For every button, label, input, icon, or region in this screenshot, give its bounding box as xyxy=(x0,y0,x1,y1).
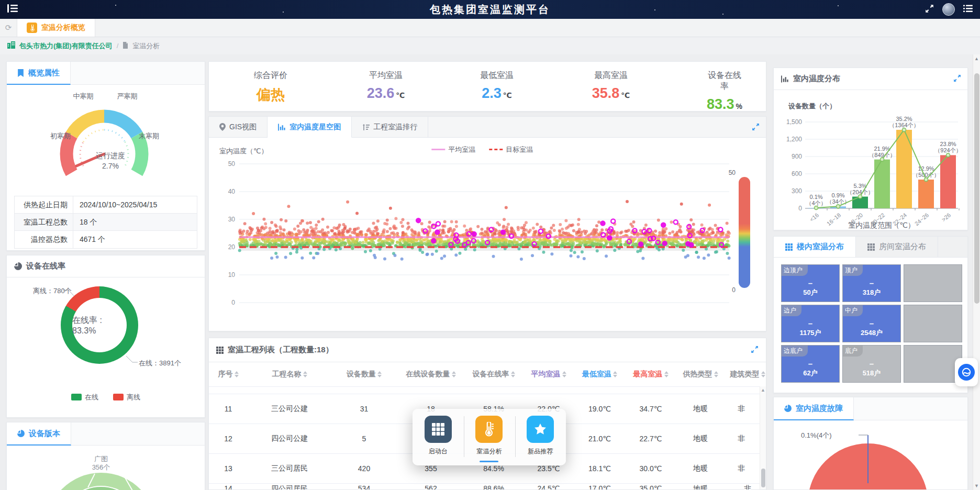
dock-item-launchpad[interactable]: 启动台 xyxy=(416,416,461,456)
building-cell-底户[interactable]: 底户–518户 xyxy=(842,345,901,383)
stat-label: 最高室温 xyxy=(592,70,630,81)
building-cell-顶户[interactable]: 顶户–318户 xyxy=(842,264,901,302)
svg-text:0: 0 xyxy=(231,299,235,306)
svg-text:35.2%: 35.2% xyxy=(896,116,912,122)
breadcrumb-page: 室温分析 xyxy=(132,41,160,51)
col-header[interactable]: 平均室温 xyxy=(522,362,575,386)
refresh-icon[interactable]: ⟳ xyxy=(0,19,17,37)
panel-title: 设备在线率 xyxy=(26,261,65,271)
menu-fold-icon[interactable] xyxy=(7,4,18,15)
app-dock: 启动台室温分析新品推荐 xyxy=(413,409,566,465)
panel-overview-attrs: 概览属性 初寒期 中寒期 严寒期 末寒期 运行进度 2.7% 供热起止日期202… xyxy=(6,61,205,251)
page-scrollbar[interactable]: ▲ ▼ xyxy=(973,54,980,490)
season-progress-gauge: 初寒期 中寒期 严寒期 末寒期 运行进度 2.7% xyxy=(20,91,188,180)
panel-star-chart: GIS视图室内温度星空图工程室温排行 平均室温 目标室温 室内温度（℃） 010… xyxy=(208,116,766,331)
cell-project-link[interactable]: 三公司居民 xyxy=(248,454,331,484)
cell-tag: 中户 xyxy=(843,305,863,316)
svg-text:0: 0 xyxy=(798,205,802,212)
svg-text:900: 900 xyxy=(792,153,802,160)
col-header[interactable]: 在线设备数量 xyxy=(397,362,465,386)
table-row-partial[interactable]: 14四公司居民53456288.6%24.5℃17.0℃35.0℃地暖非 xyxy=(209,484,766,490)
building-tabs: 楼内室温分布房间室温分布 xyxy=(774,237,967,258)
chart-tab-1[interactable]: 室内温度星空图 xyxy=(268,117,352,138)
legend-avg[interactable]: 平均室温 xyxy=(431,145,475,154)
dock-item-new-products[interactable]: 新品推荐 xyxy=(518,416,563,456)
breadcrumb-company[interactable]: 包头市热力(集团)有限责任公司 xyxy=(19,41,113,51)
fullscreen-icon[interactable] xyxy=(925,4,934,15)
building-tab-1[interactable]: 房间室温分布 xyxy=(856,237,938,257)
tab-device-version[interactable]: 设备版本 xyxy=(7,422,71,446)
info-label: 室温工程总数 xyxy=(15,214,73,230)
expand-icon[interactable] xyxy=(751,346,759,355)
table-scrollbar[interactable]: ▲ xyxy=(760,386,766,489)
building-cell-中户[interactable]: 中户–2548户 xyxy=(842,305,901,342)
avg-line-swatch xyxy=(431,149,445,150)
legend-item[interactable]: 离线 xyxy=(113,393,140,402)
building-tab-0[interactable]: 楼内室温分布 xyxy=(774,237,856,257)
col-header[interactable]: 最高室温 xyxy=(625,362,677,386)
col-header[interactable]: 工程名称 xyxy=(248,362,331,386)
panel-title: 室内温度故障 xyxy=(796,404,843,414)
tab-temp-fault[interactable]: 室内温度故障 xyxy=(774,397,854,420)
cell-temp: – xyxy=(843,359,900,368)
company-icon xyxy=(7,41,15,50)
building-grid: 边顶户–50户顶户–318户边户–1175户中户–2548户边底户–62户底户–… xyxy=(774,258,967,389)
cell-project-link[interactable]: 四公司公建 xyxy=(248,424,331,454)
user-avatar[interactable] xyxy=(942,3,955,16)
svg-text:20: 20 xyxy=(228,243,236,251)
cell-temp: – xyxy=(843,279,900,287)
expand-icon[interactable] xyxy=(752,123,760,133)
gauge-seg-label: 末寒期 xyxy=(139,132,159,140)
cell-temp: – xyxy=(782,359,839,368)
col-header[interactable]: 序号 xyxy=(209,362,248,386)
col-header[interactable]: 最低室温 xyxy=(575,362,625,386)
cell-count: 2548户 xyxy=(843,328,900,338)
svg-text:40: 40 xyxy=(228,188,236,195)
dock-item-room-temp-analysis[interactable]: 室温分析 xyxy=(466,416,511,456)
table-icon xyxy=(216,347,224,354)
panel-title: 概览属性 xyxy=(28,68,60,78)
chart-tab-2[interactable]: 工程室温排行 xyxy=(352,117,428,137)
svg-text:（500个）: （500个） xyxy=(912,172,939,178)
service-icon xyxy=(958,364,975,381)
cell-project-link[interactable]: 三公司公建 xyxy=(248,394,331,424)
svg-text:0: 0 xyxy=(732,286,736,294)
dock-label: 室温分析 xyxy=(476,447,502,456)
workspace-tabbar: ⟳ 室温分析概览 xyxy=(0,19,980,37)
scrollbar-thumb[interactable] xyxy=(974,73,979,304)
table-header: 序号工程名称设备数量在线设备数量设备在线率平均室温最低室温最高室温供热类型建筑类… xyxy=(209,362,766,386)
tab-room-temp-overview[interactable]: 室温分析概览 xyxy=(17,19,95,37)
stat-4: 设备在线率83.3% xyxy=(704,62,745,111)
breadcrumb: 包头市热力(集团)有限责任公司 / 室温分析 xyxy=(0,37,980,54)
chart-tab-0[interactable]: GIS视图 xyxy=(209,117,268,137)
col-header[interactable]: 建筑类型 xyxy=(724,362,766,386)
svg-text:1,500: 1,500 xyxy=(786,118,802,126)
svg-text:>26: >26 xyxy=(940,211,952,222)
pie-icon xyxy=(784,405,792,412)
building-cell-empty xyxy=(904,305,962,342)
tab-overview-attrs[interactable]: 概览属性 xyxy=(7,62,71,85)
cell-project-link[interactable]: 四公司居民 xyxy=(248,484,331,490)
svg-text:24~26: 24~26 xyxy=(914,211,930,227)
building-cell-边户[interactable]: 边户–1175户 xyxy=(781,305,840,342)
panel-title: 室内温度分布 xyxy=(793,74,840,84)
svg-text:1,200: 1,200 xyxy=(786,136,802,143)
svg-text:30: 30 xyxy=(228,216,236,223)
legend-target[interactable]: 目标室温 xyxy=(489,145,533,154)
panel-distribution-header: 室内温度分布 xyxy=(774,68,967,90)
app-list-icon[interactable] xyxy=(963,5,973,15)
col-header[interactable]: 供热类型 xyxy=(677,362,724,386)
svg-text:（1364个）: （1364个） xyxy=(889,122,919,128)
expand-icon[interactable] xyxy=(953,74,961,84)
building-cell-边顶户[interactable]: 边顶户–50户 xyxy=(781,264,840,302)
col-header[interactable]: 设备数量 xyxy=(331,362,397,386)
stat-value: 2.3℃ xyxy=(480,85,514,102)
thermometer-icon xyxy=(27,23,37,33)
info-row: 温控器总数4671 个 xyxy=(15,231,197,248)
col-header[interactable]: 设备在线率 xyxy=(465,362,522,386)
table-row-partial[interactable] xyxy=(209,387,766,394)
customer-service-button[interactable] xyxy=(955,358,978,386)
building-cell-边底户[interactable]: 边底户–62户 xyxy=(781,345,840,383)
svg-text:室内温度范围（℃）: 室内温度范围（℃） xyxy=(848,221,915,229)
legend-item[interactable]: 在线 xyxy=(71,393,98,402)
